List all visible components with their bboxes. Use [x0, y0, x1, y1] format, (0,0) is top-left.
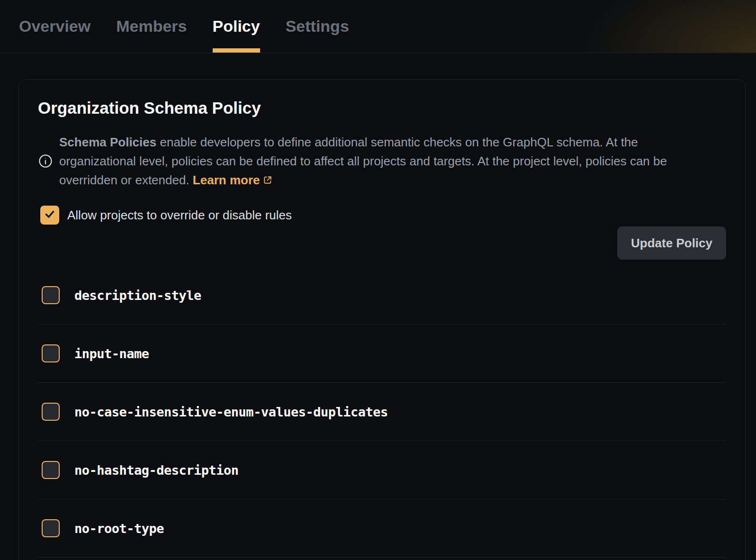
update-button-row: Update Policy: [38, 226, 726, 260]
rule-row: input-name: [38, 325, 726, 382]
rule-name: no-case-insensitive-enum-values-duplicat…: [74, 405, 388, 419]
policy-description: Schema Policies enable developers to def…: [38, 133, 726, 190]
rule-checkbox-description-style[interactable]: [42, 286, 60, 304]
rule-name: no-hashtag-description: [74, 463, 239, 478]
rule-row: description-style: [38, 266, 726, 324]
rule-row: no-case-insensitive-enum-values-duplicat…: [38, 383, 726, 441]
rule-checkbox-no-hashtag-description[interactable]: [42, 461, 60, 479]
rules-list: description-style input-name no-case-ins…: [38, 266, 726, 558]
tab-members[interactable]: Members: [116, 0, 187, 53]
allow-override-checkbox[interactable]: [40, 206, 59, 225]
tab-overview-label: Overview: [19, 17, 90, 36]
checkmark-icon: [44, 208, 56, 222]
page-title: Organization Schema Policy: [38, 99, 726, 117]
rule-checkbox-no-case-insensitive-enum-values-duplicates[interactable]: [42, 403, 60, 421]
learn-more-label: Learn more: [193, 173, 260, 187]
rule-name: no-root-type: [74, 521, 164, 536]
tab-policy-label: Policy: [213, 17, 260, 36]
tab-overview[interactable]: Overview: [19, 0, 90, 53]
update-policy-button[interactable]: Update Policy: [617, 226, 726, 260]
rule-row: no-root-type: [38, 499, 726, 557]
tab-policy[interactable]: Policy: [213, 0, 260, 53]
learn-more-link[interactable]: Learn more: [193, 173, 273, 187]
tab-members-label: Members: [116, 17, 187, 36]
rule-name: description-style: [74, 288, 201, 303]
policy-card: Organization Schema Policy Schema Polici…: [18, 79, 746, 560]
tab-settings-label: Settings: [286, 17, 349, 36]
info-circle-icon: [38, 154, 53, 169]
tab-settings[interactable]: Settings: [286, 0, 349, 53]
policy-description-text: Schema Policies enable developers to def…: [59, 133, 711, 190]
divider: [38, 557, 726, 558]
external-link-icon: [262, 172, 273, 182]
description-lead: Schema Policies: [59, 135, 156, 149]
rule-checkbox-no-root-type[interactable]: [42, 519, 60, 537]
rule-name: input-name: [74, 346, 149, 361]
rule-row: no-hashtag-description: [38, 441, 726, 499]
allow-override-label: Allow projects to override or disable ru…: [67, 208, 292, 223]
tab-bar: Overview Members Policy Settings: [0, 0, 756, 53]
rule-checkbox-input-name[interactable]: [42, 344, 60, 362]
allow-override-row[interactable]: Allow projects to override or disable ru…: [38, 206, 726, 225]
active-tab-underline: [213, 48, 260, 53]
